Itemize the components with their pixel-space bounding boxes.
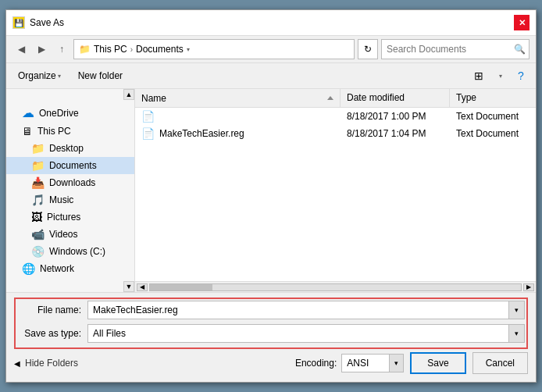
view-chevron-icon: ▾ bbox=[499, 73, 502, 80]
scroll-track[interactable] bbox=[149, 283, 522, 291]
file-list-container: Name Date modified Type 📄 8/18/2017 1:00… bbox=[135, 89, 536, 292]
breadcrumb-icon: 📁 bbox=[79, 44, 91, 55]
organize-label: Organize bbox=[18, 70, 56, 81]
dialog-title: Save As bbox=[30, 17, 64, 28]
encoding-dropdown-icon: ▾ bbox=[389, 355, 403, 372]
view-toggle-button[interactable]: ⊞ bbox=[469, 66, 489, 85]
file-row-1[interactable]: 📄 8/18/2017 1:00 PM Text Document bbox=[135, 108, 536, 125]
this-pc-icon: 🖥 bbox=[22, 125, 33, 137]
refresh-button[interactable]: ↻ bbox=[358, 39, 378, 59]
sidebar-scroll-up[interactable]: ▲ bbox=[123, 89, 134, 100]
sidebar-label-desktop: Desktop bbox=[49, 143, 84, 154]
documents-folder-icon: 📁 bbox=[31, 159, 45, 172]
sidebar-label-pictures: Pictures bbox=[47, 212, 80, 223]
sidebar-item-music[interactable]: 🎵 Music bbox=[6, 191, 134, 208]
breadcrumb-current: Documents bbox=[136, 44, 184, 55]
savetype-value: All Files bbox=[93, 328, 126, 339]
file-icon-2: 📄 bbox=[141, 127, 155, 140]
sidebar-label-documents: Documents bbox=[49, 160, 97, 171]
view-dropdown-button[interactable]: ▾ bbox=[490, 66, 511, 85]
sidebar-label-this-pc: This PC bbox=[37, 126, 71, 137]
save-button[interactable]: Save bbox=[410, 352, 465, 374]
save-as-dialog: 💾 Save As ✕ ◀ ▶ ↑ 📁 This PC › Documents … bbox=[5, 9, 537, 383]
search-box: 🔍 bbox=[381, 39, 530, 59]
hide-folders-button[interactable]: Hide Folders bbox=[25, 358, 78, 369]
filename-row: File name: ▾ bbox=[17, 301, 525, 319]
close-button[interactable]: ✕ bbox=[514, 15, 530, 30]
bottom-section: File name: ▾ Save as type: All Files ▾ ◀… bbox=[6, 292, 536, 382]
file-cell-name-2: 📄 MakeTechEasier.reg bbox=[135, 126, 341, 141]
sidebar-label-network: Network bbox=[40, 263, 74, 274]
downloads-icon: 📥 bbox=[31, 176, 45, 189]
sidebar-item-documents[interactable]: 📁 Documents bbox=[6, 157, 134, 174]
help-button[interactable]: ? bbox=[512, 67, 530, 84]
savetype-row: Save as type: All Files ▾ bbox=[17, 324, 525, 343]
file-cell-name-1: 📄 bbox=[135, 109, 341, 124]
music-icon: 🎵 bbox=[31, 194, 45, 206]
back-button[interactable]: ◀ bbox=[12, 41, 30, 58]
sidebar-label-windows-c: Windows (C:) bbox=[49, 246, 105, 257]
cancel-button[interactable]: Cancel bbox=[472, 352, 528, 374]
sidebar-item-pictures[interactable]: 🖼 Pictures bbox=[6, 208, 134, 226]
onedrive-icon: ☁ bbox=[22, 105, 34, 120]
bottom-left: ◀ Hide Folders bbox=[14, 358, 78, 369]
savetype-label: Save as type: bbox=[17, 328, 87, 339]
action-bar-left: Organize ▾ New folder bbox=[12, 68, 128, 84]
file-list-header: Name Date modified Type bbox=[135, 89, 536, 108]
breadcrumb-separator: › bbox=[130, 45, 133, 54]
scroll-right-button[interactable]: ▶ bbox=[523, 283, 534, 291]
sidebar-item-windows-c[interactable]: 💿 Windows (C:) bbox=[6, 243, 134, 260]
file-name-2: MakeTechEasier.reg bbox=[159, 128, 244, 139]
scroll-left-button[interactable]: ◀ bbox=[137, 283, 148, 291]
organize-dropdown-icon: ▾ bbox=[58, 73, 61, 80]
encoding-select[interactable]: ANSI ▾ bbox=[341, 354, 404, 372]
file-cell-type-2: Text Document bbox=[450, 127, 536, 141]
title-bar-left: 💾 Save As bbox=[12, 16, 64, 29]
videos-icon: 📹 bbox=[31, 228, 45, 241]
search-input[interactable] bbox=[382, 44, 510, 55]
organize-button[interactable]: Organize ▾ bbox=[12, 68, 66, 84]
sidebar-item-onedrive[interactable]: ☁ OneDrive bbox=[6, 103, 134, 123]
pictures-icon: 🖼 bbox=[31, 211, 42, 223]
main-content: ▲ ☁ OneDrive 🖥 This PC 📁 Desktop 📁 Docum… bbox=[6, 89, 536, 292]
column-date[interactable]: Date modified bbox=[341, 89, 450, 107]
encoding-value: ANSI bbox=[347, 358, 369, 369]
network-icon: 🌐 bbox=[22, 262, 35, 275]
filename-field[interactable]: ▾ bbox=[87, 301, 525, 319]
savetype-field[interactable]: All Files ▾ bbox=[87, 324, 525, 343]
file-cell-type-1: Text Document bbox=[450, 109, 536, 123]
filename-input[interactable] bbox=[93, 305, 519, 315]
search-button[interactable]: 🔍 bbox=[510, 40, 529, 59]
sidebar-item-desktop[interactable]: 📁 Desktop bbox=[6, 140, 134, 157]
savetype-dropdown-button[interactable]: ▾ bbox=[508, 325, 524, 342]
filename-dropdown-button[interactable]: ▾ bbox=[508, 301, 524, 319]
filename-label: File name: bbox=[17, 305, 87, 315]
column-type[interactable]: Type bbox=[450, 89, 536, 107]
sort-icon bbox=[327, 96, 333, 100]
sidebar-item-network[interactable]: 🌐 Network bbox=[6, 260, 134, 277]
sidebar-item-videos[interactable]: 📹 Videos bbox=[6, 226, 134, 243]
file-icon-1: 📄 bbox=[141, 110, 155, 123]
new-folder-button[interactable]: New folder bbox=[73, 68, 128, 84]
bottom-buttons: ◀ Hide Folders Encoding: ANSI ▾ Save Can… bbox=[14, 349, 528, 377]
view-buttons: ⊞ ▾ ? bbox=[469, 66, 530, 85]
windows-c-icon: 💿 bbox=[31, 245, 45, 258]
file-cell-date-2: 8/18/2017 1:04 PM bbox=[341, 127, 450, 141]
up-button[interactable]: ↑ bbox=[53, 41, 70, 58]
scroll-thumb[interactable] bbox=[150, 284, 212, 290]
encoding-label: Encoding: bbox=[295, 358, 337, 369]
bottom-right: Encoding: ANSI ▾ Save Cancel bbox=[295, 352, 528, 374]
breadcrumb[interactable]: 📁 This PC › Documents ▾ bbox=[73, 39, 355, 59]
file-cell-date-1: 8/18/2017 1:00 PM bbox=[341, 109, 450, 123]
title-bar: 💾 Save As ✕ bbox=[6, 10, 536, 36]
file-row-2[interactable]: 📄 MakeTechEasier.reg 8/18/2017 1:04 PM T… bbox=[135, 125, 536, 142]
sidebar-item-downloads[interactable]: 📥 Downloads bbox=[6, 174, 134, 191]
dialog-icon: 💾 bbox=[12, 16, 25, 29]
sidebar-label-downloads: Downloads bbox=[49, 177, 95, 188]
breadcrumb-dropdown-icon: ▾ bbox=[187, 46, 190, 53]
sidebar-scroll-down[interactable]: ▼ bbox=[123, 281, 134, 292]
column-name[interactable]: Name bbox=[135, 89, 341, 107]
forward-button[interactable]: ▶ bbox=[33, 41, 50, 58]
sidebar-item-this-pc[interactable]: 🖥 This PC bbox=[6, 123, 134, 140]
chevron-left-icon: ◀ bbox=[14, 359, 20, 368]
